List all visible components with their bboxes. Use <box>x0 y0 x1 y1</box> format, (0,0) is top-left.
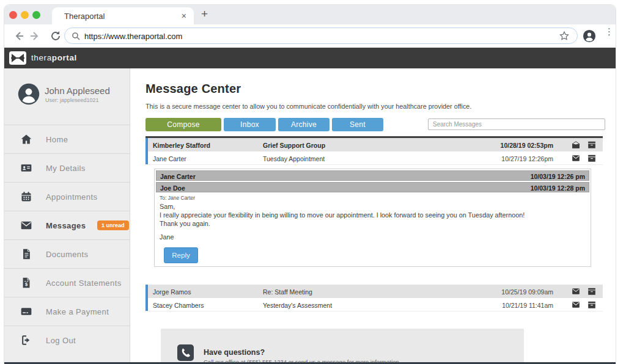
thread-body-line: Thank you again. <box>160 220 210 227</box>
logout-icon <box>20 334 32 346</box>
brand-name: theraportal <box>31 53 77 62</box>
help-panel: Have questions? Call our office at (555)… <box>161 329 524 362</box>
sidebar: John Appleseed User: jappleseed1021 Home… <box>4 68 130 362</box>
browser-window: Theraportal × + ⋮ theraportal <box>4 5 616 364</box>
user-name: John Appleseed <box>45 86 110 96</box>
inbox-button[interactable]: Inbox <box>224 118 276 131</box>
theraportal-logo-icon <box>9 51 26 65</box>
page-subtitle: This is a secure message center to allow… <box>145 103 471 110</box>
reply-button[interactable]: Reply <box>164 247 198 263</box>
sidebar-item-home[interactable]: Home <box>4 125 130 153</box>
thread-entry-header[interactable]: Jane Carter 10/03/19 12:26 pm <box>156 170 589 181</box>
user-id: User: jappleseed1021 <box>45 97 99 103</box>
page-title: Message Center <box>145 82 241 96</box>
maximize-window-button[interactable] <box>32 11 40 19</box>
thread-entry-header[interactable]: Joe Doe 10/03/19 12:28 pm <box>156 182 589 192</box>
bookmark-star-icon[interactable] <box>559 31 570 42</box>
help-text: Call our office at (555) 555-1234 or sen… <box>204 359 400 362</box>
user-avatar <box>18 83 40 105</box>
tab-title: Theraportal <box>64 12 105 21</box>
tab-close-icon[interactable]: × <box>182 11 186 21</box>
sidebar-item-make-a-payment[interactable]: Make a Payment <box>4 297 130 326</box>
credit-card-icon <box>20 305 32 318</box>
user-card: John Appleseed User: jappleseed1021 <box>4 68 130 125</box>
browser-profile-icon[interactable] <box>583 29 596 43</box>
sidebar-item-appointments[interactable]: Appointments <box>4 182 130 211</box>
id-card-icon <box>20 162 32 174</box>
archive-message-icon[interactable] <box>587 140 596 149</box>
browser-tab[interactable]: Theraportal × <box>52 7 194 24</box>
phone-icon <box>177 344 194 361</box>
thread-body-line: Sam, <box>160 203 175 210</box>
envelope-icon <box>20 219 32 231</box>
row-accent-bar <box>145 138 148 151</box>
message-row[interactable]: Jorge Ramos Re: Staff Meeting 10/25/19 0… <box>145 285 603 298</box>
archive-message-icon[interactable] <box>587 287 596 296</box>
site-header: theraportal <box>4 48 616 68</box>
search-messages-input[interactable] <box>428 118 605 130</box>
page-content: John Appleseed User: jappleseed1021 Home… <box>4 68 616 362</box>
back-icon[interactable] <box>13 30 25 42</box>
mark-read-icon[interactable] <box>572 140 580 149</box>
mark-unread-icon[interactable] <box>572 287 580 296</box>
row-accent-bar <box>145 285 148 298</box>
sidebar-item-account-statements[interactable]: $ Account Statements <box>4 268 130 297</box>
message-row[interactable]: Stacey Chambers Yesterday's Assessment 1… <box>145 298 603 311</box>
message-row[interactable]: Jane Carter Tuesday Appointment 10/27/19… <box>145 151 603 165</box>
svg-text:$: $ <box>24 282 28 287</box>
mark-unread-icon[interactable] <box>572 154 580 162</box>
sidebar-item-log-out[interactable]: Log Out <box>4 326 130 354</box>
archive-message-icon[interactable] <box>587 154 596 162</box>
compose-button[interactable]: Compose <box>145 118 221 131</box>
sent-button[interactable]: Sent <box>332 118 383 131</box>
thread-to-line: To: Jane Carter <box>160 195 195 201</box>
message-row[interactable]: Kimberley Stafford Grief Support Group 1… <box>145 138 603 151</box>
mark-unread-icon[interactable] <box>572 300 580 309</box>
sidebar-item-my-details[interactable]: My Details <box>4 153 130 182</box>
document-icon <box>20 248 32 260</box>
sidebar-item-documents[interactable]: Documents <box>4 239 130 268</box>
row-accent-bar <box>145 298 148 311</box>
tab-strip: Theraportal × + <box>4 5 616 24</box>
close-window-button[interactable] <box>9 11 17 19</box>
calendar-icon <box>20 191 32 203</box>
minimize-window-button[interactable] <box>21 11 29 19</box>
browser-menu-icon[interactable]: ⋮ <box>605 29 611 34</box>
archive-button[interactable]: Archive <box>278 118 330 131</box>
message-thread: Jane Carter 10/03/19 12:26 pm Joe Doe 10… <box>154 169 591 267</box>
sidebar-item-messages[interactable]: Messages 1 unread <box>4 211 130 239</box>
browser-toolbar: ⋮ <box>4 24 616 48</box>
help-heading: Have questions? <box>204 348 265 357</box>
search-icon <box>72 32 80 40</box>
new-tab-button[interactable]: + <box>201 7 208 21</box>
thread-signature: Jane <box>160 233 174 241</box>
unread-badge: 1 unread <box>97 220 129 230</box>
reload-icon[interactable] <box>50 30 62 42</box>
main-panel: Message Center This is a secure message … <box>130 68 616 362</box>
address-bar[interactable] <box>64 27 578 44</box>
row-accent-bar <box>145 151 148 164</box>
forward-icon[interactable] <box>29 30 41 42</box>
archive-message-icon[interactable] <box>587 300 596 309</box>
statement-dollar-icon: $ <box>20 277 32 289</box>
thread-body-line: I really appreciate your flexibility in … <box>160 211 525 219</box>
home-icon <box>20 133 32 145</box>
url-input[interactable] <box>84 31 427 42</box>
